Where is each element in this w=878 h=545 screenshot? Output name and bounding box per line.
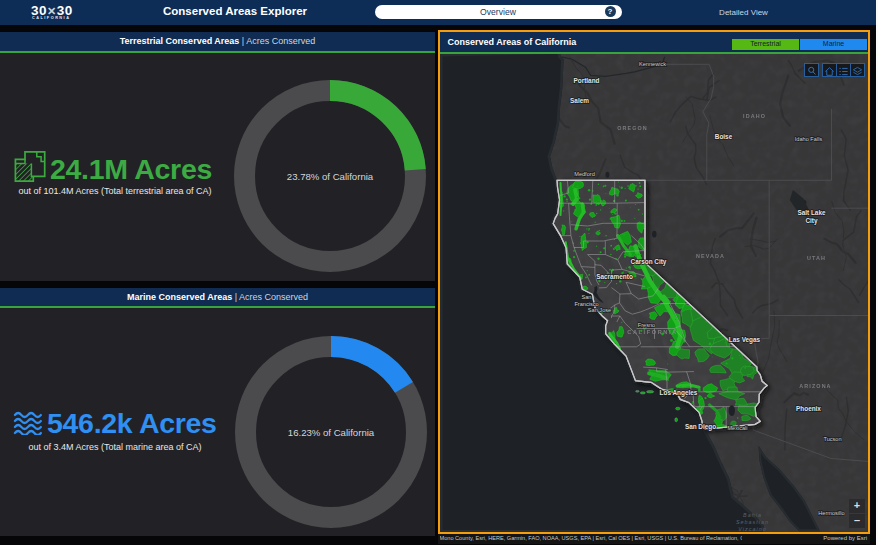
svg-text:23.78% of California: 23.78% of California — [287, 171, 374, 182]
svg-text:Salt Lake: Salt Lake — [797, 208, 826, 215]
svg-text:Sebastian: Sebastian — [736, 518, 769, 524]
svg-text:ARIZONA: ARIZONA — [799, 382, 831, 388]
svg-text:CALIFORNIA: CALIFORNIA — [627, 328, 678, 334]
svg-text:Idaho Falls: Idaho Falls — [794, 135, 822, 141]
svg-text:OREGON: OREGON — [617, 124, 648, 130]
svg-text:San: San — [581, 293, 591, 299]
svg-text:Salem: Salem — [570, 96, 589, 103]
svg-text:Medford: Medford — [574, 170, 595, 176]
svg-text:NEVADA: NEVADA — [696, 252, 725, 258]
svg-text:UTAH: UTAH — [807, 254, 826, 260]
svg-text:Phoenix: Phoenix — [796, 404, 821, 411]
svg-text:San Jose: San Jose — [587, 306, 610, 312]
svg-text:IDAHO: IDAHO — [743, 112, 766, 118]
svg-text:Kennewick: Kennewick — [638, 60, 665, 66]
svg-text:City: City — [805, 216, 818, 224]
svg-text:Boise: Boise — [714, 132, 732, 139]
svg-text:Las Vegas: Las Vegas — [728, 335, 760, 343]
svg-text:Los Angeles: Los Angeles — [659, 388, 697, 396]
svg-text:Sacramento: Sacramento — [596, 272, 633, 279]
svg-text:Portland: Portland — [573, 76, 599, 83]
svg-text:Mexicali: Mexicali — [727, 424, 747, 430]
svg-text:San Diego: San Diego — [684, 422, 715, 430]
svg-text:Bahia: Bahia — [743, 511, 762, 517]
svg-text:Vizcaino: Vizcaino — [738, 525, 766, 531]
svg-text:Hermosillo: Hermosillo — [818, 509, 844, 515]
svg-text:Fresno: Fresno — [637, 321, 654, 327]
svg-text:16.23% of California: 16.23% of California — [288, 427, 375, 438]
svg-text:Tucson: Tucson — [823, 435, 841, 441]
svg-text:Carson City: Carson City — [630, 257, 666, 265]
